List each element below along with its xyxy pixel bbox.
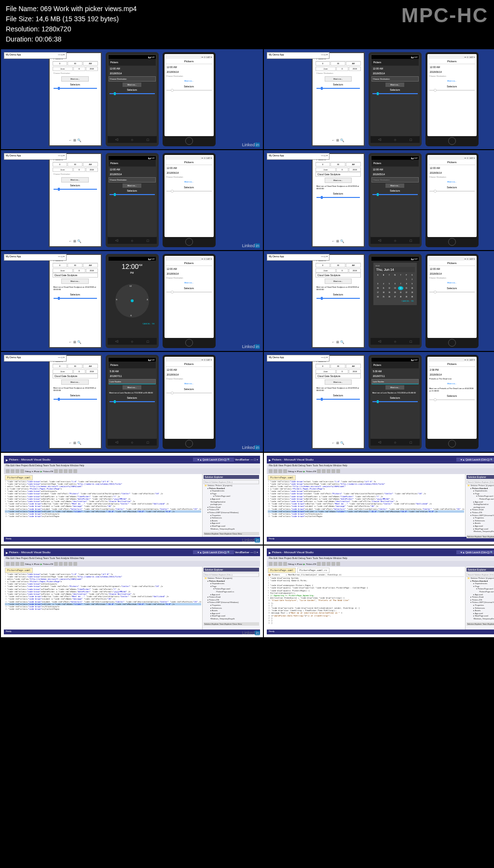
meet-button[interactable]: Meet me... [165,78,213,84]
date-display[interactable]: 2018/06/14 [165,70,213,74]
thumb-9-vs: ▶ Pickers - Microsoft Visual Studio▼▲ Qu… [1,453,263,545]
selectors-label: Selectors [53,83,98,86]
windows-phone: Pickers 030AM June02018 Choose Destinati… [49,52,102,146]
thumb-6: My Demo App— □ × Pickers030AMJune02018Cl… [264,251,494,351]
date-picker[interactable]: June02018 [53,67,98,71]
linkedin-watermark: Linkedin [242,142,261,147]
home-button[interactable] [185,137,193,145]
meet-button[interactable]: Meet me... [123,83,141,87]
thumb-12-vs: ▶ Pickers - Microsoft Visual Studio▼▲ Qu… [264,546,494,637]
destination-picker[interactable]: Choose Destination [165,74,213,78]
time-display[interactable]: 12:00 AM [165,64,213,70]
clock-face[interactable]: 12 6 9 3 [115,284,149,318]
destination-selected[interactable]: Pretzels at The Dead Line [428,377,476,381]
calendar-date-header: Thu, Jun 14 [375,267,415,272]
solution-explorer[interactable]: Solution Explorer Search Solution Explor… [202,474,260,537]
date-display[interactable]: 2018/05/14 [109,71,156,75]
destination-picker[interactable]: Choose Destination [109,76,156,82]
thumb-4: My Demo App— □ × Pickers030AMJune02018Cl… [264,150,494,250]
android-calendar-picker: ▮◢ 1:07 2018 Thu, Jun 14 SMTWTFS 12 3456… [369,254,422,348]
thumb-2: My Demo App— □ × Pickers030AMJune02018Ch… [264,49,494,149]
thumb-3: My Demo App— □ × Pickers030AMJune02018Ch… [1,150,263,250]
message-text: Meet me at Pretzels at The Dead Line on … [428,386,476,393]
time-picker[interactable]: 030AM [53,61,98,66]
android-nav[interactable]: ◁○□ [108,136,157,143]
code-editor[interactable]: PickersPage.xaml 1 "code-red">class="cod… [4,474,202,537]
vs-statusbar: Ready [4,537,260,542]
editor-tab[interactable]: PickersPage.xaml [5,475,33,480]
search-input[interactable]: Search Solution Explorer (Ctrl+;) [204,480,259,484]
media-info: File Name: 069 Work with picker views.mp… [6,4,137,44]
destination-selected[interactable]: Lurie Garden [109,379,156,384]
page-title: Pickers [109,59,156,66]
android-phone: ▮◢ 1:07 Pickers 12:00 AM 2018/05/14 Choo… [106,52,159,146]
thumb-8: My Demo App— □ × Pickers030AMJune02018Cl… [264,352,494,452]
time-display[interactable]: 12:00 AM [109,66,156,71]
thumb-7: My Demo App— □ × Pickers030AMJune02018Cl… [1,352,263,452]
vs-toolbar[interactable]: Debug▾iPhone▶Pickers.iOS [4,468,260,474]
ok-button[interactable]: OK [152,322,155,325]
thumb-10-vs: ▶ Pickers - Microsoft Visual Studio▼▲ Qu… [264,453,494,545]
slider[interactable] [54,88,97,89]
selectors-label: Selectors [165,85,213,88]
vs-menu[interactable]: File Edit View Project Build Debug Team … [4,463,260,468]
slider[interactable] [166,90,212,91]
header: File Name: 069 Work with picker views.mp… [0,0,494,48]
clock-time-display[interactable]: 12:00AMPM [109,261,156,280]
calendar[interactable]: 2018 Thu, Jun 14 SMTWTFS 12 3456789 1011… [373,263,417,305]
thumb-5: My Demo App— □ × Pickers030AMJune02018Cl… [1,251,263,351]
meet-button[interactable]: Meet me... [61,76,88,82]
emulator-window: My Demo App— □ × [4,52,67,59]
android-clock-picker: ▮◢ 1:07 12:00AMPM 12 6 9 3 CANCEL OK ◁○□ [106,254,159,348]
message-text: Meet me at Lurie Garden on 7/11/2018 at … [109,391,156,395]
thumb-1: My Demo App— □ × Pickers 030AM June02018… [1,49,263,149]
ios-phone: ••• ᯤ 1:07 ━ Pickers 12:00 AM 2018/06/14… [163,52,216,146]
slider[interactable] [110,93,155,94]
thumb-11-vs: ▶ Pickers - Microsoft Visual Studio▼▲ Qu… [1,546,263,637]
destination-selected[interactable]: Cloud Gate Sculpture [316,172,361,177]
thumbnail-grid: My Demo App— □ × Pickers 030AM June02018… [0,48,494,638]
vs-titlebar: ▶ Pickers - Microsoft Visual Studio▼▲ Qu… [4,456,260,463]
page-title: Pickers [165,59,213,64]
selectors-label: Selectors [109,88,156,91]
message-text: Meet me at Cloud Gate Sculpture on 6/14/… [316,184,361,191]
app-title: MPC-HC [401,4,488,27]
destination-picker[interactable]: Choose Destination [53,71,98,75]
cancel-button[interactable]: CANCEL [142,322,150,325]
